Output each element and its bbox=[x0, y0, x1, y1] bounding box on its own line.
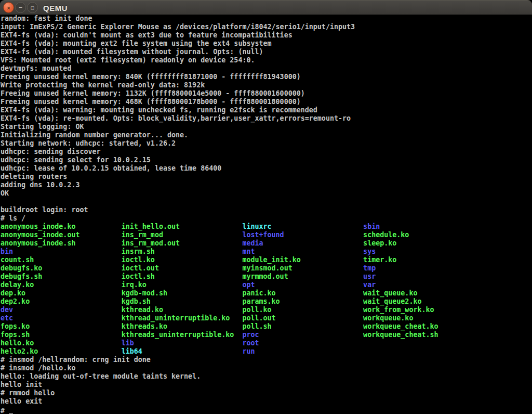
terminal-line: EXT4-fs (vda): mounting ext2 file system… bbox=[1, 40, 532, 48]
file-entry: linuxrc bbox=[242, 223, 363, 230]
file-entry: myrmmod.out bbox=[242, 273, 363, 280]
file-entry: ins_rm_mod bbox=[122, 231, 243, 239]
file-entry: bin bbox=[1, 248, 122, 255]
file-entry: fops.ko bbox=[1, 322, 122, 330]
terminal-line: udhcpc: lease of 10.0.2.15 obtained, lea… bbox=[1, 164, 532, 173]
close-icon: ✕ bbox=[7, 5, 10, 11]
file-entry: media bbox=[242, 239, 363, 247]
file-entry: delay.ko bbox=[1, 281, 122, 289]
file-entry: lib bbox=[122, 339, 243, 347]
file-entry: poll.sh bbox=[242, 322, 363, 330]
terminal-line: EXT4-fs (vda): mounted filesystem withou… bbox=[1, 48, 532, 56]
file-entry: anonymous_inode.ko bbox=[1, 223, 122, 230]
file-entry: anonymous_inode.out bbox=[1, 231, 122, 239]
file-entry: init_hello.out bbox=[122, 223, 243, 230]
qemu-window: ✕ ─ □ QEMU random: fast init doneinput: … bbox=[0, 0, 532, 414]
terminal-text: Initializing random number generator... … bbox=[1, 131, 188, 139]
file-entry: dev bbox=[1, 306, 122, 314]
terminal-line: count.sh ioctl.ko module_init.ko timer.k… bbox=[1, 256, 532, 264]
file-entry: lib64 bbox=[122, 347, 243, 355]
file-entry: insrm.sh bbox=[122, 248, 243, 255]
file-entry: var bbox=[363, 281, 376, 289]
file-entry: params.ko bbox=[242, 297, 363, 305]
terminal-line: fops.sh kthreads_uninterruptible.ko proc… bbox=[1, 331, 532, 339]
terminal-text: random: fast init done bbox=[1, 15, 92, 22]
terminal-line: anonymous_inode.ko init_hello.out linuxr… bbox=[1, 223, 532, 231]
terminal-line: dep2.ko kgdb.sh params.ko wait_queue2.ko bbox=[1, 297, 532, 306]
minimize-button[interactable]: ─ bbox=[15, 2, 26, 13]
file-entry: myinsmod.out bbox=[242, 264, 363, 272]
terminal-line: hello2.ko lib64 run bbox=[1, 347, 532, 356]
file-entry: workqueue_cheat.ko bbox=[363, 322, 438, 330]
terminal-line: Freeing unused kernel memory: 468K (ffff… bbox=[1, 98, 532, 106]
terminal-text: deleting routers bbox=[1, 173, 67, 180]
terminal-line: hello init bbox=[1, 381, 532, 389]
terminal-line: # ls / bbox=[1, 214, 532, 223]
terminal-line: input: ImExPS/2 Generic Explorer Mouse a… bbox=[1, 23, 532, 31]
terminal-line: EXT4-fs (vda): couldn't mount as ext3 du… bbox=[1, 31, 532, 40]
terminal[interactable]: random: fast init doneinput: ImExPS/2 Ge… bbox=[0, 15, 532, 414]
terminal-line: Freeing unused kernel memory: 1132K (fff… bbox=[1, 89, 532, 98]
file-entry: sbin bbox=[363, 223, 380, 230]
terminal-text: EXT4-fs (vda): couldn't mount as ext3 du… bbox=[1, 31, 292, 39]
file-entry: irq.ko bbox=[122, 281, 243, 289]
terminal-text: buildroot login: root bbox=[1, 206, 88, 214]
terminal-line: VFS: Mounted root (ext2 filesystem) read… bbox=[1, 56, 532, 64]
file-entry: dep.ko bbox=[1, 289, 122, 297]
terminal-line: # insmod /hello.ko bbox=[1, 364, 532, 372]
file-entry: kgdb.sh bbox=[122, 297, 243, 305]
close-button[interactable]: ✕ bbox=[3, 2, 14, 13]
terminal-line: adding dns 10.0.2.3 bbox=[1, 181, 532, 189]
terminal-text: # bbox=[1, 407, 9, 414]
file-entry: wait_queue2.ko bbox=[363, 297, 421, 305]
terminal-text: udhcpc: lease of 10.0.2.15 obtained, lea… bbox=[1, 164, 221, 172]
terminal-line: Write protecting the kernel read-only da… bbox=[1, 81, 532, 89]
terminal-line: bin insrm.sh mnt sys bbox=[1, 248, 532, 256]
terminal-text: udhcpc: sending select for 10.0.2.15 bbox=[1, 156, 151, 164]
file-entry: workqueue_cheat.sh bbox=[363, 331, 438, 339]
file-entry: kthreads.ko bbox=[122, 322, 243, 330]
terminal-line: anonymous_inode.out ins_rm_mod lost+foun… bbox=[1, 231, 532, 239]
file-entry: tmp bbox=[363, 264, 376, 272]
terminal-text: Starting logging: OK bbox=[1, 123, 84, 131]
file-entry: panic.ko bbox=[242, 289, 363, 297]
terminal-line: # bbox=[1, 406, 532, 414]
terminal-line: dep.ko kgdb-mod.sh panic.ko wait_queue.k… bbox=[1, 289, 532, 297]
file-entry: root bbox=[242, 339, 259, 347]
file-entry: proc bbox=[242, 331, 363, 339]
file-entry: schedule.ko bbox=[363, 231, 409, 239]
file-entry: sys bbox=[363, 248, 376, 255]
terminal-cursor bbox=[9, 406, 13, 414]
file-entry: count.sh bbox=[1, 256, 122, 264]
file-entry: timer.ko bbox=[363, 256, 396, 264]
file-entry: poll.out bbox=[242, 314, 363, 322]
terminal-line: deleting routers bbox=[1, 173, 532, 181]
file-entry: ioctl.out bbox=[122, 264, 243, 272]
file-entry: hello.ko bbox=[1, 339, 122, 347]
file-entry: work_from_work.ko bbox=[363, 306, 434, 314]
terminal-line: dev kthread.ko poll.ko work_from_work.ko bbox=[1, 306, 532, 314]
terminal-text: Write protecting the kernel read-only da… bbox=[1, 81, 205, 89]
terminal-line: hello.ko lib root bbox=[1, 339, 532, 347]
terminal-text: EXT4-fs (vda): mounted filesystem withou… bbox=[1, 48, 263, 56]
terminal-text: OK bbox=[1, 189, 9, 197]
minimize-icon: ─ bbox=[19, 5, 22, 10]
terminal-text: hello exit bbox=[1, 397, 42, 405]
terminal-line: udhcpc: sending discover bbox=[1, 148, 532, 156]
file-entry: etc bbox=[1, 314, 122, 322]
terminal-line: Starting network: udhcpc: started, v1.26… bbox=[1, 139, 532, 148]
file-entry: ioctl.sh bbox=[122, 273, 243, 280]
file-entry: ins_rm_mod.out bbox=[122, 239, 243, 247]
terminal-line: debugfs.sh ioctl.sh myrmmod.out usr bbox=[1, 273, 532, 281]
terminal-text: # rmmod hello bbox=[1, 389, 55, 397]
titlebar[interactable]: ✕ ─ □ QEMU bbox=[0, 0, 532, 15]
terminal-text: devtmpfs: mounted bbox=[1, 64, 71, 72]
terminal-line: devtmpfs: mounted bbox=[1, 64, 532, 73]
terminal-text: EXT4-fs (vda): mounting ext2 file system… bbox=[1, 40, 272, 47]
terminal-line: udhcpc: sending select for 10.0.2.15 bbox=[1, 156, 532, 164]
terminal-text: Freeing unused kernel memory: 1132K (fff… bbox=[1, 89, 305, 97]
maximize-button[interactable]: □ bbox=[27, 2, 38, 13]
file-entry: kthread.ko bbox=[122, 306, 243, 314]
terminal-line: random: fast init done bbox=[1, 15, 532, 23]
terminal-blank-line bbox=[1, 198, 532, 206]
